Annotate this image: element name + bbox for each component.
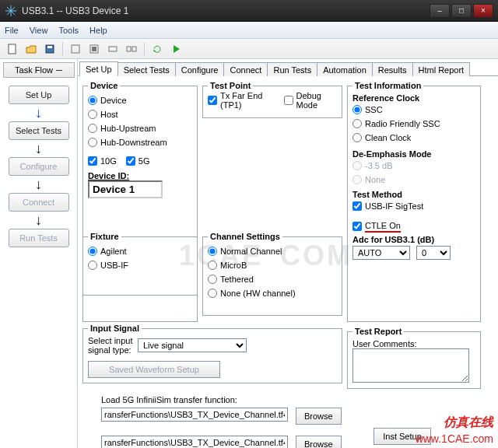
tab-results[interactable]: Results <box>373 62 413 76</box>
radio-hub-downstream[interactable]: Hub-Downstream <box>88 135 192 149</box>
menu-tools[interactable]: Tools <box>58 26 79 35</box>
check-ctle[interactable]: CTLE On <box>352 219 475 233</box>
radio-device-label: Device <box>100 96 127 105</box>
save-icon[interactable] <box>42 41 58 57</box>
adc-label: Adc for USB3.1 (dB) <box>352 235 475 244</box>
check-5g-label: 5G <box>139 156 150 166</box>
radio-tethered-label: Tethered <box>220 275 254 284</box>
radio-none-deemph: None <box>352 173 475 187</box>
tab-run-tests[interactable]: Run Tests <box>268 62 317 76</box>
maximize-button[interactable]: □ <box>451 4 472 18</box>
transfer-path-2-input[interactable] <box>101 436 288 448</box>
window-title: USB3.1 -- USB3 Device 1 <box>22 5 430 16</box>
svg-rect-7 <box>72 45 79 53</box>
radio-host[interactable]: Host <box>88 107 192 121</box>
toggle-c-icon[interactable] <box>105 41 121 57</box>
radio-hub-up-label: Hub-Upstream <box>100 124 156 133</box>
toggle-b-icon[interactable] <box>86 41 102 57</box>
radio-usbif[interactable]: USB-IF <box>88 258 192 272</box>
tab-automation[interactable]: Automation <box>317 62 373 76</box>
flow-setup-button[interactable]: Set Up <box>9 86 69 104</box>
refresh-icon[interactable] <box>149 41 165 57</box>
tabstrip: Set Up Select Tests Configure Connect Ru… <box>78 59 498 76</box>
radio-rf-label: Radio Friendly SSC <box>365 119 440 128</box>
window-controls: – □ × <box>430 4 493 18</box>
tab-connect[interactable]: Connect <box>224 62 268 76</box>
arrow-down-icon: ↓ <box>35 179 42 190</box>
run-icon[interactable] <box>168 41 184 57</box>
channel-settings-group: Channel Settings Normal Channel MicroB T… <box>202 232 342 316</box>
svg-rect-6 <box>47 46 52 48</box>
open-icon[interactable] <box>23 41 39 57</box>
radio-normal-label: Normal Channel <box>220 247 282 256</box>
arrow-down-icon: ↓ <box>35 215 42 226</box>
check-5g[interactable]: 5G <box>126 154 150 168</box>
new-icon[interactable] <box>5 41 20 57</box>
radio-ssc[interactable]: SSC <box>352 103 475 117</box>
task-flow-header-label: Task Flow <box>15 65 53 75</box>
toolbar-separator <box>144 42 145 56</box>
flow-connect-button[interactable]: Connect <box>9 193 69 212</box>
radio-usbif-label: USB-IF <box>100 261 128 270</box>
radio-radio-friendly[interactable]: Radio Friendly SSC <box>352 117 475 131</box>
radio-agilent[interactable]: Agilent <box>88 244 192 258</box>
menu-file[interactable]: File <box>5 26 19 35</box>
radio-microb-label: MicroB <box>220 261 247 270</box>
task-flow-header[interactable]: Task Flow <box>3 62 75 78</box>
check-sigtest[interactable]: USB-IF SigTest <box>352 199 475 213</box>
radio-normal-channel[interactable]: Normal Channel <box>208 244 337 258</box>
tab-html-report[interactable]: Html Report <box>413 62 471 76</box>
test-point-legend: Test Point <box>208 81 253 90</box>
check-tp1[interactable]: Tx Far End (TP1) <box>208 93 276 107</box>
watermark-url: www.1CAE.com <box>416 432 493 445</box>
flow-select-tests-button[interactable]: Select Tests <box>9 121 69 140</box>
adc-select[interactable]: AUTO <box>352 246 410 260</box>
flow-run-tests-button[interactable]: Run Tests <box>9 229 69 247</box>
fixture-group: Fixture Agilent USB-IF <box>82 232 198 296</box>
tab-configure[interactable]: Configure <box>176 62 225 76</box>
adc-num-select[interactable]: 0 <box>416 246 451 260</box>
ref-clock-label: Reference Clock <box>352 93 475 103</box>
user-comments-input[interactable] <box>352 348 469 383</box>
device-id-label: Device ID: <box>88 171 192 180</box>
main-panel: Set Up Select Tests Configure Connect Ru… <box>78 59 498 448</box>
saved-waveform-button: Saved Waveform Setup <box>88 361 220 378</box>
radio-clean-label: Clean Clock <box>365 133 411 142</box>
radio-agilent-label: Agilent <box>100 247 127 256</box>
radio-none-hw[interactable]: None (HW channel) <box>208 286 337 300</box>
radio-tethered[interactable]: Tethered <box>208 272 337 286</box>
check-sigtest-label: USB-IF SigTest <box>365 201 423 211</box>
browse-2-button[interactable]: Browse <box>296 436 342 448</box>
radio-microb[interactable]: MicroB <box>208 258 337 272</box>
check-ctle-label: CTLE On <box>365 221 401 233</box>
menu-view[interactable]: View <box>30 26 48 35</box>
transfer-path-1-input[interactable] <box>101 408 288 422</box>
radio-ssc-label: SSC <box>365 105 383 114</box>
toggle-a-icon[interactable] <box>68 41 83 57</box>
test-info-legend: Test Information <box>352 81 423 90</box>
check-10g-label: 10G <box>100 156 117 166</box>
browse-1-button[interactable]: Browse <box>296 408 342 425</box>
flow-configure-button[interactable]: Configure <box>9 157 69 176</box>
svg-rect-4 <box>9 44 16 54</box>
check-debug-mode[interactable]: Debug Mode <box>284 93 337 107</box>
radio-hub-down-label: Hub-Downstream <box>100 138 167 147</box>
dropdown-icon <box>56 70 62 71</box>
radio-none-hw-label: None (HW channel) <box>220 289 296 298</box>
toggle-d-icon[interactable] <box>124 41 139 57</box>
toolbar <box>0 39 498 59</box>
arrow-down-icon: ↓ <box>35 107 42 118</box>
tab-setup[interactable]: Set Up <box>79 61 118 76</box>
check-10g[interactable]: 10G <box>88 154 117 168</box>
tab-content: 1CAE COM Device Device Host Hub-Upstream… <box>78 76 498 448</box>
tab-select-tests[interactable]: Select Tests <box>118 62 176 76</box>
menu-help[interactable]: Help <box>89 26 107 35</box>
close-button[interactable]: × <box>473 4 493 18</box>
input-signal-select[interactable]: Live signal <box>138 338 247 352</box>
channel-legend: Channel Settings <box>208 232 282 241</box>
radio-clean-clock[interactable]: Clean Clock <box>352 131 475 145</box>
minimize-button[interactable]: – <box>430 4 450 18</box>
radio-hub-upstream[interactable]: Hub-Upstream <box>88 121 192 135</box>
radio-device[interactable]: Device <box>88 93 192 107</box>
device-id-input[interactable] <box>88 180 163 198</box>
